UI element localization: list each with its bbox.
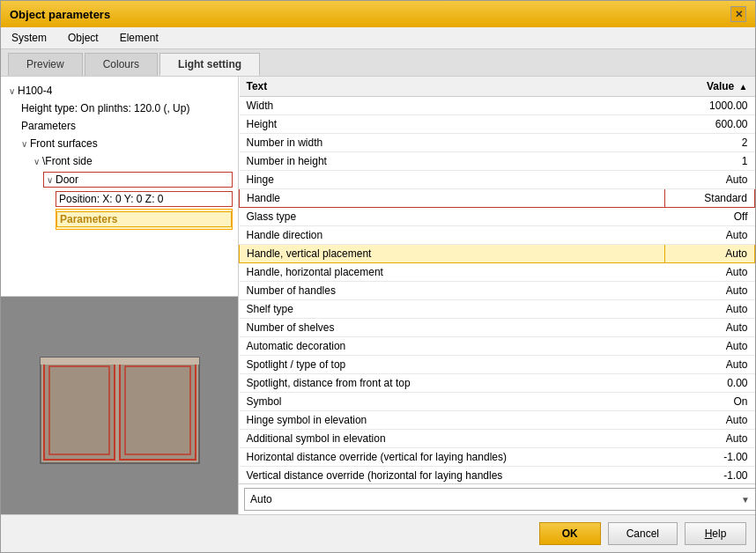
tab-light-setting[interactable]: Light setting xyxy=(159,53,260,76)
param-name: Handle, horizontal placement xyxy=(240,263,665,282)
param-value: Auto xyxy=(665,171,755,189)
svg-rect-1 xyxy=(44,361,115,460)
param-value: Auto xyxy=(665,337,755,356)
table-row[interactable]: HandleStandard xyxy=(240,189,755,208)
chevron-icon: ∨ xyxy=(21,139,27,149)
menu-object[interactable]: Object xyxy=(64,30,102,46)
close-button[interactable]: ✕ xyxy=(730,6,746,22)
dialog-title: Object parameters xyxy=(10,8,110,21)
param-name: Handle, vertical placement xyxy=(240,245,665,263)
cabinet-preview xyxy=(32,340,208,472)
tree-parameters[interactable]: Parameters xyxy=(19,117,233,135)
param-name: Number in height xyxy=(240,152,665,171)
placement-dropdown[interactable]: AutoTopMiddleBottomCustom xyxy=(244,488,755,511)
table-row[interactable]: Number in height1 xyxy=(240,152,755,171)
svg-rect-2 xyxy=(120,361,196,460)
tree-front-surfaces[interactable]: ∨ Front surfaces xyxy=(19,135,233,152)
param-value: On xyxy=(665,393,755,411)
tree-position[interactable]: Position: X: 0 Y: 0 Z: 0 xyxy=(56,189,233,209)
table-row[interactable]: SymbolOn xyxy=(240,393,755,411)
tree-height-type[interactable]: Height type: On plinths: 120.0 (, Up) xyxy=(19,100,233,117)
table-row[interactable]: Height600.00 xyxy=(240,115,755,134)
tree-parameters-label: Parameters xyxy=(21,120,76,132)
tree-height-type-label: Height type: On plinths: 120.0 (, Up) xyxy=(21,102,189,114)
table-row[interactable]: Spotlight / type of topAuto xyxy=(240,356,755,374)
menu-bar: System Object Element xyxy=(1,27,755,49)
param-name: Symbol xyxy=(240,393,665,411)
tab-colours[interactable]: Colours xyxy=(85,53,158,76)
tree-section: ∨ H100-4 Height type: On plinths: 120.0 … xyxy=(1,77,238,297)
tree-front-side[interactable]: ∨ \Front side xyxy=(31,152,233,170)
table-row[interactable]: Number of shelvesAuto xyxy=(240,319,755,337)
menu-system[interactable]: System xyxy=(8,30,50,46)
table-row[interactable]: Automatic decorationAuto xyxy=(240,337,755,356)
col-text-header: Text xyxy=(240,77,665,97)
tabs-bar: Preview Colours Light setting xyxy=(1,49,755,77)
tree-params-selected[interactable]: Parameters xyxy=(56,209,233,230)
param-name: Number of shelves xyxy=(240,319,665,337)
table-row[interactable]: Spotlight, distance from front at top0.0… xyxy=(240,374,755,393)
chevron-icon: ∨ xyxy=(9,86,15,96)
tree-front-surfaces-label: Front surfaces xyxy=(30,137,98,150)
table-row[interactable]: Width1000.00 xyxy=(240,97,755,115)
footer: OK Cancel Help xyxy=(1,514,755,552)
param-name: Number in width xyxy=(240,134,665,152)
param-name: Handle xyxy=(240,189,665,208)
tree-params-label: Parameters xyxy=(60,213,117,225)
menu-element[interactable]: Element xyxy=(116,30,162,46)
ok-button[interactable]: OK xyxy=(539,522,601,545)
param-value: Auto xyxy=(665,319,755,337)
param-name: Handle direction xyxy=(240,226,665,245)
table-row[interactable]: Number in width2 xyxy=(240,134,755,152)
param-value: 1 xyxy=(665,152,755,171)
param-value: Auto xyxy=(665,411,755,430)
table-row[interactable]: Shelf typeAuto xyxy=(240,300,755,319)
table-row[interactable]: Horizontal distance override (vertical f… xyxy=(240,448,755,467)
param-name: Hinge symbol in elevation xyxy=(240,411,665,430)
title-bar: Object parameters ✕ xyxy=(1,1,755,27)
param-name: Glass type xyxy=(240,208,665,226)
dropdown-row: AutoTopMiddleBottomCustom ▼ xyxy=(239,483,755,514)
sort-arrow-icon: ▲ xyxy=(739,82,748,92)
tree-door[interactable]: ∨ Door xyxy=(43,170,233,189)
table-row[interactable]: HingeAuto xyxy=(240,171,755,189)
col-value-header: Value ▲ xyxy=(665,77,755,97)
param-value: 0.00 xyxy=(665,374,755,393)
svg-rect-5 xyxy=(41,358,199,365)
chevron-icon: ∨ xyxy=(33,157,40,166)
main-content: ∨ H100-4 Height type: On plinths: 120.0 … xyxy=(1,77,755,514)
param-value: 1000.00 xyxy=(665,97,755,115)
param-value: -1.00 xyxy=(665,448,755,467)
table-row[interactable]: Handle, horizontal placementAuto xyxy=(240,263,755,282)
tree-front-side-label: \Front side xyxy=(42,155,93,167)
param-value: Auto xyxy=(665,300,755,319)
param-name: Automatic decoration xyxy=(240,337,665,356)
param-name: Number of handles xyxy=(240,282,665,300)
table-row[interactable]: Handle, vertical placementAuto xyxy=(240,245,755,263)
tab-preview[interactable]: Preview xyxy=(8,53,83,76)
param-value: Auto xyxy=(665,356,755,374)
param-name: Width xyxy=(240,97,665,115)
table-row[interactable]: Number of handlesAuto xyxy=(240,282,755,300)
param-value: Auto xyxy=(665,430,755,448)
right-panel: Text Value ▲ Width1000.00Height600.00Num… xyxy=(239,77,755,514)
param-value: Auto xyxy=(665,245,755,263)
table-row[interactable]: Hinge symbol in elevationAuto xyxy=(240,411,755,430)
param-name: Horizontal distance override (vertical f… xyxy=(240,448,665,467)
properties-table: Text Value ▲ Width1000.00Height600.00Num… xyxy=(239,77,755,483)
param-name: Spotlight / type of top xyxy=(240,356,665,374)
help-button[interactable]: Help xyxy=(685,522,746,545)
param-value: Auto xyxy=(665,282,755,300)
param-name: Shelf type xyxy=(240,300,665,319)
param-value: -1.00 xyxy=(665,467,755,484)
table-row[interactable]: Vertical distance override (horizontal f… xyxy=(240,467,755,484)
table-row[interactable]: Additional symbol in elevationAuto xyxy=(240,430,755,448)
chevron-icon: ∨ xyxy=(47,175,53,185)
table-row[interactable]: Handle directionAuto xyxy=(240,226,755,245)
tree-root[interactable]: ∨ H100-4 xyxy=(6,82,233,100)
param-value: Auto xyxy=(665,263,755,282)
param-name: Height xyxy=(240,115,665,134)
cancel-button[interactable]: Cancel xyxy=(608,522,678,545)
table-row[interactable]: Glass typeOff xyxy=(240,208,755,226)
param-value: 600.00 xyxy=(665,115,755,134)
